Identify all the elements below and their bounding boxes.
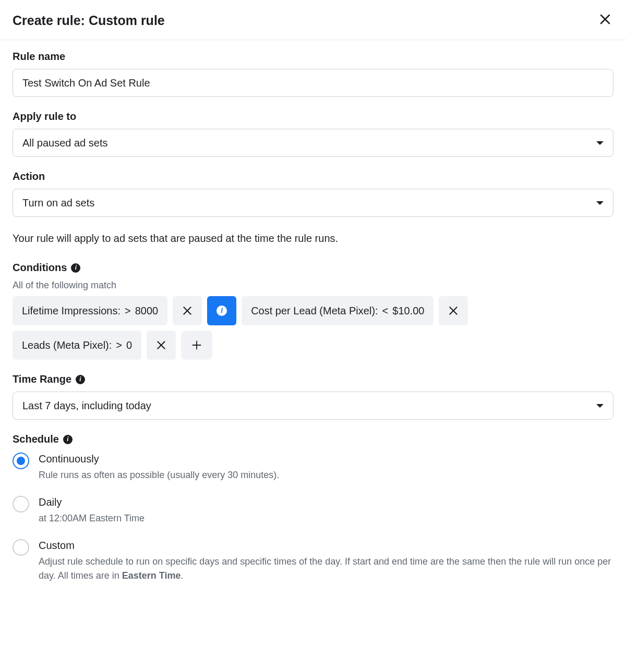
radio-button[interactable] xyxy=(13,539,29,556)
condition-value: 0 xyxy=(126,339,132,351)
caret-down-icon xyxy=(596,141,604,145)
rule-name-input[interactable] xyxy=(13,69,613,97)
radio-title: Daily xyxy=(39,495,613,509)
rule-name-label: Rule name xyxy=(13,51,613,63)
condition-value: 8000 xyxy=(135,305,159,317)
radio-title: Custom xyxy=(39,538,613,553)
action-label: Action xyxy=(13,170,613,182)
condition-metric: Cost per Lead (Meta Pixel): xyxy=(251,305,378,317)
radio-title: Continuously xyxy=(39,451,613,466)
condition-remove-button[interactable] xyxy=(173,296,202,325)
conditions-label-text: Conditions xyxy=(13,262,67,274)
schedule-option-daily[interactable]: Daily at 12:00AM Eastern Time xyxy=(13,495,613,526)
action-select[interactable]: Turn on ad sets xyxy=(13,189,613,217)
plus-icon xyxy=(191,340,202,350)
apply-rule-to-select[interactable]: All paused ad sets xyxy=(13,129,613,157)
close-icon xyxy=(599,13,611,26)
conditions-subtext: All of the following match xyxy=(13,280,613,291)
condition-metric: Leads (Meta Pixel): xyxy=(22,339,112,351)
radio-description: Rule runs as often as possible (usually … xyxy=(39,468,613,482)
condition-value: $10.00 xyxy=(392,305,424,317)
close-icon xyxy=(156,340,166,350)
radio-description: Adjust rule schedule to run on specific … xyxy=(39,555,613,583)
condition-chip[interactable]: Lifetime Impressions: > 8000 xyxy=(13,296,167,325)
time-range-value: Last 7 days, including today xyxy=(22,400,151,412)
close-icon xyxy=(182,306,192,316)
dialog-body: Rule name Apply rule to All paused ad se… xyxy=(0,40,626,607)
condition-metric: Lifetime Impressions: xyxy=(22,305,121,317)
action-group: Action Turn on ad sets xyxy=(13,170,613,217)
caret-down-icon xyxy=(596,201,604,205)
time-range-group: Time Range i Last 7 days, including toda… xyxy=(13,373,613,420)
radio-content: Continuously Rule runs as often as possi… xyxy=(39,451,613,482)
radio-content: Daily at 12:00AM Eastern Time xyxy=(39,495,613,526)
conditions-row-2: Leads (Meta Pixel): > 0 xyxy=(13,331,613,360)
info-icon[interactable]: i xyxy=(63,435,73,444)
close-icon xyxy=(448,306,459,316)
condition-operator: > xyxy=(125,305,131,317)
schedule-option-custom[interactable]: Custom Adjust rule schedule to run on sp… xyxy=(13,538,613,583)
condition-operator: > xyxy=(116,339,122,351)
time-range-label-text: Time Range xyxy=(13,373,71,385)
apply-rule-to-value: All paused ad sets xyxy=(22,137,107,149)
condition-remove-button[interactable] xyxy=(147,331,176,360)
time-range-select[interactable]: Last 7 days, including today xyxy=(13,392,613,420)
info-icon: i xyxy=(216,306,227,316)
apply-rule-to-group: Apply rule to All paused ad sets xyxy=(13,111,613,157)
conditions-row-1: Lifetime Impressions: > 8000 i Cost per … xyxy=(13,296,613,325)
conditions-label: Conditions i xyxy=(13,262,613,274)
radio-button[interactable] xyxy=(13,496,29,512)
dialog-title: Create rule: Custom rule xyxy=(13,13,165,28)
info-icon[interactable]: i xyxy=(71,263,80,273)
close-button[interactable] xyxy=(597,10,613,30)
schedule-group: Schedule i Continuously Rule runs as oft… xyxy=(13,433,613,583)
condition-chip[interactable]: Cost per Lead (Meta Pixel): < $10.00 xyxy=(242,296,434,325)
condition-chip[interactable]: Leads (Meta Pixel): > 0 xyxy=(13,331,141,360)
radio-dot-icon xyxy=(17,457,25,465)
radio-desc-suffix: . xyxy=(180,570,183,581)
action-description: Your rule will apply to ad sets that are… xyxy=(13,230,613,246)
caret-down-icon xyxy=(596,404,604,408)
add-condition-button[interactable] xyxy=(181,331,212,360)
apply-rule-to-label: Apply rule to xyxy=(13,111,613,123)
radio-description: at 12:00AM Eastern Time xyxy=(39,511,613,526)
condition-operator: < xyxy=(382,305,389,317)
dialog-header: Create rule: Custom rule xyxy=(0,0,626,40)
condition-remove-button[interactable] xyxy=(439,296,468,325)
radio-desc-bold: Eastern Time xyxy=(122,570,181,581)
rule-name-group: Rule name xyxy=(13,51,613,97)
condition-info-button[interactable]: i xyxy=(207,296,236,325)
schedule-option-continuously[interactable]: Continuously Rule runs as often as possi… xyxy=(13,451,613,482)
info-icon[interactable]: i xyxy=(76,375,85,384)
action-value: Turn on ad sets xyxy=(22,197,94,209)
time-range-label: Time Range i xyxy=(13,373,613,385)
conditions-group: Conditions i All of the following match … xyxy=(13,262,613,360)
schedule-label-text: Schedule xyxy=(13,433,59,445)
schedule-label: Schedule i xyxy=(13,433,613,445)
radio-button[interactable] xyxy=(13,453,29,469)
radio-content: Custom Adjust rule schedule to run on sp… xyxy=(39,538,613,583)
